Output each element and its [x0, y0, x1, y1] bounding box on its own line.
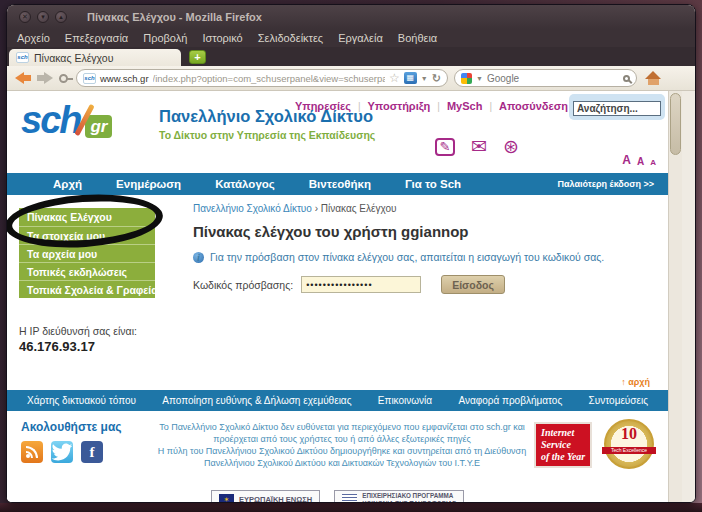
web-page: sch gr Πανελλήνιο Σχολικό Δίκτυο Το Δίκτ…	[7, 91, 668, 503]
social-icons: f	[21, 441, 122, 463]
search-bar[interactable]: ▼	[454, 69, 637, 87]
twitter-icon[interactable]	[51, 441, 73, 463]
nav-home[interactable]: Αρχή	[53, 178, 82, 190]
follow-block: Ακολουθήστε μας f	[21, 420, 122, 463]
divider: |	[489, 101, 492, 112]
video-reel-icon[interactable]: ⊛	[503, 137, 519, 157]
browser-window: ✕ ▾ ▴ Πίνακας Ελέγχου - Mozilla Firefox …	[6, 4, 696, 503]
window-close-button[interactable]: ✕	[19, 11, 31, 23]
site-footer: Ακολουθήστε μας f Το Πανελλήνιο Σχολικό …	[7, 411, 668, 488]
nav-videos[interactable]: Βιντεοθήκη	[309, 178, 371, 190]
ip-value: 46.176.93.17	[19, 339, 137, 354]
sidebar-item-my-details[interactable]: Τα στοιχεία μου	[19, 226, 155, 244]
info-icon: i	[193, 252, 204, 263]
url-bar[interactable]: sch www.sch.gr /index.php?option=com_sch…	[76, 69, 448, 87]
search-engine-dropdown-icon[interactable]: ▼	[476, 75, 483, 82]
nav-catalog[interactable]: Κατάλογος	[215, 178, 275, 190]
url-domain: www.sch.gr	[100, 73, 149, 84]
breadcrumb-root[interactable]: Πανελλήνιο Σχολικό Δίκτυο	[193, 203, 312, 214]
sidebar-item-control-panel[interactable]: Πίνακας Ελέγχου	[19, 208, 155, 226]
breadcrumb-current: Πίνακας Ελέγχου	[321, 203, 397, 214]
sch-logo[interactable]: sch gr	[21, 101, 112, 139]
browser-viewport: sch gr Πανελλήνιο Σχολικό Δίκτυο Το Δίκτ…	[7, 91, 695, 503]
link-services[interactable]: Υπηρεσίες	[295, 100, 351, 112]
page-identity-icon[interactable]: ▦	[404, 72, 417, 84]
sidebar-item-local-events[interactable]: Τοπικές εκδηλώσεις	[19, 262, 155, 280]
facebook-icon[interactable]: f	[81, 441, 103, 463]
scrollbar-thumb[interactable]	[670, 93, 681, 155]
main-navigation: Αρχή Ενημέρωση Κατάλογος Βιντεοθήκη Για …	[7, 173, 668, 195]
award-number: 10	[606, 421, 652, 447]
menu-view[interactable]: Προβολή	[143, 32, 187, 44]
menu-tools[interactable]: Εργαλεία	[338, 32, 383, 44]
menu-file[interactable]: Αρχείο	[17, 32, 50, 44]
password-input[interactable]	[301, 276, 421, 293]
follow-label: Ακολουθήστε μας	[21, 420, 122, 434]
page-scrollbar[interactable]	[668, 91, 682, 503]
ten-years-award-badge: 10 Tech Excellence	[604, 419, 654, 469]
operational-program-badge: ΕΠΙΧΕΙΡΗΣΙΑΚΟ ΠΡΟΓΡΑΜΜΑ ΚΟΙΝΩΝΙΑ ΤΗΣ ΠΛΗ…	[334, 490, 464, 503]
bookmark-star-icon[interactable]: ☆	[389, 72, 400, 84]
nav-about[interactable]: Για το Sch	[405, 178, 461, 190]
tab-control-panel[interactable]: sch Πίνακας Ελέγχου	[9, 49, 181, 66]
reload-icon[interactable]: ↻	[432, 72, 441, 85]
footer-link-contact[interactable]: Επικοινωνία	[378, 395, 432, 406]
login-button[interactable]: Είσοδος	[441, 275, 505, 294]
bottom-badges: ✶ ΕΥΡΩΠΑΪΚΗ ΕΝΩΣΗ ΕΠΙΧΕΙΡΗΣΙΑΚΟ ΠΡΟΓΡΑΜΜ…	[7, 488, 668, 503]
window-minimize-button[interactable]: ▾	[37, 11, 49, 23]
footer-disclaimer-text: Το Πανελλήνιο Σχολικό Δίκτυο δεν ευθύνετ…	[157, 421, 527, 469]
link-logout[interactable]: Αποσύνδεση	[499, 100, 568, 112]
window-titlebar[interactable]: ✕ ▾ ▴ Πίνακας Ελέγχου - Mozilla Firefox	[7, 5, 695, 29]
twitter-bird-icon	[51, 441, 73, 463]
footer-link-report[interactable]: Αναφορά προβλήματος	[458, 395, 562, 406]
content-area: Πίνακας Ελέγχου Τα στοιχεία μου Τα αρχεί…	[7, 195, 668, 377]
nav-news[interactable]: Ενημέρωση	[116, 178, 181, 190]
back-to-top-link[interactable]: ↑ αρχή	[7, 377, 668, 390]
main-panel: Πανελλήνιο Σχολικό Δίκτυο › Πίνακας Ελέγ…	[193, 203, 643, 294]
sidebar-menu: Πίνακας Ελέγχου Τα στοιχεία μου Τα αρχεί…	[19, 208, 155, 298]
window-title: Πίνακας Ελέγχου - Mozilla Firefox	[87, 11, 262, 23]
ip-address-block: Η IP διεύθυνσή σας είναι: 46.176.93.17	[19, 325, 137, 354]
ip-label: Η IP διεύθυνσή σας είναι:	[19, 325, 137, 337]
nav-old-version[interactable]: Παλαιότερη έκδοση >>	[558, 179, 654, 189]
footer-link-shortcuts[interactable]: Συντομεύσεις	[589, 395, 648, 406]
compose-icon[interactable]: ✎	[435, 138, 455, 156]
font-size-controls: A A A	[622, 153, 656, 167]
home-button[interactable]	[645, 71, 662, 86]
window-maximize-button[interactable]: ▴	[55, 11, 67, 23]
link-mysch[interactable]: MySch	[447, 100, 482, 112]
search-input[interactable]	[487, 73, 619, 84]
site-title-block: Πανελλήνιο Σχολικό Δίκτυο Το Δίκτυο στην…	[159, 107, 375, 141]
sidebar-item-local-schools[interactable]: Τοπικά Σχολεία & Γραφεία	[19, 280, 155, 298]
menu-bookmarks[interactable]: Σελιδοδείκτες	[258, 32, 323, 44]
font-reset-button[interactable]: A	[637, 156, 644, 167]
site-search-box	[569, 94, 665, 120]
new-tab-button[interactable]: +	[189, 50, 206, 64]
site-search-input[interactable]	[573, 101, 661, 116]
program-label: ΕΠΙΧΕΙΡΗΣΙΑΚΟ ΠΡΟΓΡΑΜΜΑ ΚΟΙΝΩΝΙΑ ΤΗΣ ΠΛΗ…	[362, 492, 456, 503]
footer-link-sitemap[interactable]: Χάρτης δικτυακού τόπου	[27, 395, 136, 406]
desktop-background: ✕ ▾ ▴ Πίνακας Ελέγχου - Mozilla Firefox …	[0, 0, 702, 512]
menu-edit[interactable]: Επεξεργασία	[65, 32, 128, 44]
urlbar-dropdown-icon[interactable]: ▼	[421, 75, 428, 82]
magnifier-icon[interactable]	[623, 75, 630, 82]
sidebar-item-my-files[interactable]: Τα αρχεία μου	[19, 244, 155, 262]
footer-line: Πανελλήνιου Σχολικού Δικτύου και Δικτυακ…	[157, 457, 527, 469]
menu-history[interactable]: Ιστορικό	[202, 32, 242, 44]
menu-help[interactable]: Βοήθεια	[398, 32, 437, 44]
forward-button[interactable]	[37, 72, 53, 84]
rss-icon[interactable]	[21, 441, 43, 463]
back-button[interactable]	[15, 72, 31, 84]
eu-badge: ✶ ΕΥΡΩΠΑΪΚΗ ΕΝΩΣΗ	[211, 490, 320, 503]
info-text: Για την πρόσβαση στον πίνακα ελέγχου σας…	[210, 251, 604, 263]
breadcrumb-separator: ›	[315, 203, 318, 214]
mail-icon[interactable]: ✉	[471, 137, 487, 157]
link-support[interactable]: Υποστήριξη	[368, 100, 431, 112]
font-increase-button[interactable]: A	[622, 153, 631, 167]
logo-sch-text: sch	[21, 101, 80, 139]
url-path: /index.php?option=com_schuserpanel&view=…	[153, 73, 386, 84]
font-decrease-button[interactable]: A	[650, 158, 656, 167]
header-links: Υπηρεσίες| Υποστήριξη| MySch| Αποσύνδεση	[295, 100, 568, 112]
footer-link-disclaimer[interactable]: Αποποίηση ευθύνης & Δήλωση εχεμύθειας	[162, 395, 351, 406]
program-line1: ΕΠΙΧΕΙΡΗΣΙΑΚΟ ΠΡΟΓΡΑΜΜΑ	[362, 492, 453, 499]
